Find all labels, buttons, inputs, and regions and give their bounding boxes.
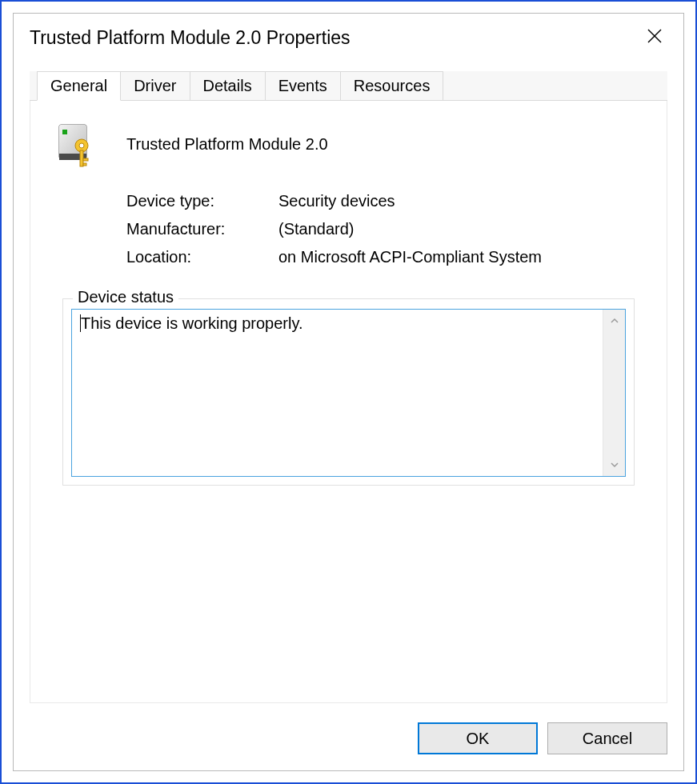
svg-rect-9 — [83, 158, 88, 161]
tab-general[interactable]: General — [37, 71, 121, 101]
tab-resources[interactable]: Resources — [340, 71, 444, 100]
tab-label: Resources — [354, 77, 431, 94]
device-type-value: Security devices — [278, 192, 643, 210]
manufacturer-label: Manufacturer: — [126, 220, 278, 238]
ok-button[interactable]: OK — [418, 722, 538, 754]
close-icon — [647, 28, 663, 44]
tab-events[interactable]: Events — [265, 71, 341, 100]
cancel-button[interactable]: Cancel — [547, 722, 667, 754]
scroll-up-icon[interactable] — [603, 310, 625, 332]
tpm-device-icon — [54, 120, 102, 168]
properties-dialog: Trusted Platform Module 2.0 Properties G… — [13, 13, 684, 771]
device-status-text-value: This device is working properly. — [81, 314, 303, 332]
tab-strip: General Driver Details Events Resources — [30, 71, 667, 101]
tab-label: Events — [278, 77, 327, 94]
svg-point-7 — [79, 143, 84, 148]
tab-label: General — [50, 77, 107, 94]
tab-label: Driver — [134, 77, 176, 94]
title-bar: Trusted Platform Module 2.0 Properties — [14, 14, 683, 52]
tab-panel-general: Trusted Platform Module 2.0 Device type:… — [30, 101, 667, 703]
location-label: Location: — [126, 248, 278, 266]
location-value: on Microsoft ACPI-Compliant System — [278, 248, 643, 266]
scroll-down-icon[interactable] — [603, 454, 625, 476]
tab-details[interactable]: Details — [190, 71, 266, 100]
dialog-buttons: OK Cancel — [14, 713, 683, 770]
device-status-group: Device status This device is working pro… — [62, 298, 635, 486]
svg-rect-8 — [80, 150, 83, 166]
svg-rect-4 — [62, 130, 67, 134]
device-name: Trusted Platform Module 2.0 — [126, 135, 328, 154]
window-title: Trusted Platform Module 2.0 Properties — [30, 27, 639, 49]
close-button[interactable] — [639, 20, 671, 52]
device-header: Trusted Platform Module 2.0 — [54, 120, 643, 168]
device-status-text[interactable]: This device is working properly. — [72, 310, 603, 476]
device-info: Device type: Security devices Manufactur… — [126, 192, 643, 266]
manufacturer-value: (Standard) — [278, 220, 643, 238]
device-type-label: Device type: — [126, 192, 278, 210]
device-status-legend: Device status — [73, 288, 178, 306]
tab-label: Details — [203, 77, 252, 94]
svg-rect-10 — [83, 163, 86, 166]
cancel-button-label: Cancel — [583, 730, 632, 748]
tab-driver[interactable]: Driver — [120, 71, 190, 100]
ok-button-label: OK — [467, 730, 490, 748]
device-status-box: This device is working properly. — [71, 309, 626, 477]
scrollbar[interactable] — [603, 310, 625, 476]
